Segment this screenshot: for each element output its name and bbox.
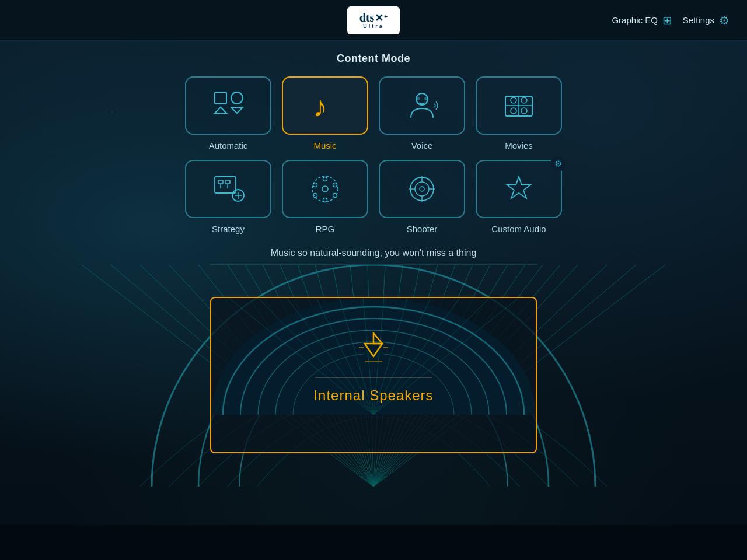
- svg-point-30: [322, 186, 328, 192]
- svg-point-11: [511, 108, 516, 114]
- mode-label-rpg: RPG: [316, 224, 335, 234]
- speaker-icon-area: Internal Speakers: [313, 327, 433, 404]
- mode-card-rpg[interactable]: [282, 160, 368, 218]
- svg-rect-17: [225, 180, 230, 184]
- mode-row-2: Strategy RPG: [184, 160, 563, 234]
- settings-button[interactable]: Settings ⚙: [683, 13, 729, 27]
- logo-container: dts ✕ + Ultra: [255, 6, 493, 34]
- svg-marker-3: [231, 107, 243, 113]
- svg-rect-0: [215, 92, 226, 104]
- mode-card-automatic[interactable]: [185, 76, 271, 135]
- svg-rect-15: [215, 177, 236, 193]
- mode-label-music: Music: [313, 141, 336, 150]
- mode-label-strategy: Strategy: [212, 224, 245, 234]
- settings-gear-icon: ⚙: [719, 13, 729, 27]
- svg-point-32: [415, 182, 429, 196]
- graphic-eq-label: Graphic EQ: [612, 15, 657, 25]
- svg-point-33: [420, 187, 424, 191]
- svg-point-24: [323, 177, 327, 181]
- description-text: Music so natural-sounding, you won't mis…: [271, 248, 477, 258]
- mode-card-custom-audio[interactable]: ⚙: [476, 160, 562, 218]
- automatic-icon: [210, 88, 246, 124]
- mode-label-shooter: Shooter: [407, 224, 438, 234]
- svg-point-7: [424, 97, 428, 100]
- mode-music[interactable]: ♪ Music: [281, 76, 369, 150]
- svg-point-25: [333, 183, 337, 187]
- mode-movies[interactable]: Movies: [475, 76, 563, 150]
- svg-point-12: [521, 108, 527, 114]
- divider: [210, 264, 537, 265]
- svg-marker-2: [215, 107, 226, 113]
- mode-label-automatic: Automatic: [209, 141, 248, 150]
- settings-label: Settings: [683, 15, 714, 25]
- svg-rect-16: [218, 180, 223, 184]
- custom-audio-icon: [501, 171, 537, 207]
- logo-ultra: Ultra: [363, 23, 384, 29]
- mode-shooter[interactable]: Shooter: [378, 160, 466, 234]
- main-content: Content Mode Automatic: [0, 41, 747, 265]
- logo-box: dts ✕ + Ultra: [347, 6, 400, 34]
- mode-voice[interactable]: Voice: [378, 76, 466, 150]
- shooter-icon: [404, 171, 440, 207]
- svg-point-1: [231, 92, 243, 104]
- mode-card-strategy[interactable]: [185, 160, 271, 218]
- mode-label-custom-audio: Custom Audio: [491, 224, 546, 234]
- eq-sliders-icon: ⊞: [662, 13, 672, 27]
- svg-point-27: [323, 198, 327, 202]
- music-icon: ♪: [307, 88, 343, 124]
- svg-marker-81: [365, 344, 382, 356]
- header-right: Graphic EQ ⊞ Settings ⚙: [492, 13, 729, 27]
- rpg-icon: [307, 171, 343, 207]
- bottom-bar: [0, 525, 747, 560]
- logo-plus: +: [384, 13, 388, 20]
- mode-label-voice: Voice: [411, 141, 433, 150]
- speaker-box[interactable]: Internal Speakers: [210, 297, 537, 453]
- svg-point-29: [313, 183, 317, 187]
- mode-custom-audio[interactable]: ⚙ Custom Audio: [475, 160, 563, 234]
- svg-marker-38: [507, 177, 530, 198]
- mode-automatic[interactable]: Automatic: [184, 76, 272, 150]
- speaker-label: Internal Speakers: [313, 387, 433, 404]
- svg-point-6: [416, 97, 420, 100]
- graphic-eq-button[interactable]: Graphic EQ ⊞: [612, 13, 672, 27]
- mode-card-shooter[interactable]: [379, 160, 465, 218]
- mode-card-movies[interactable]: [476, 76, 562, 135]
- voice-icon: [404, 88, 440, 124]
- mode-grid: Automatic ♪ Music: [184, 76, 563, 234]
- mode-card-voice[interactable]: [379, 76, 465, 135]
- logo-dts: dts: [359, 11, 375, 24]
- movies-icon: [501, 88, 537, 124]
- mode-rpg[interactable]: RPG: [281, 160, 369, 234]
- custom-audio-gear-badge: ⚙: [550, 156, 566, 172]
- logo-x: ✕: [375, 12, 383, 24]
- svg-point-9: [511, 97, 516, 103]
- speaker-divider: [315, 377, 432, 378]
- mode-strategy[interactable]: Strategy: [184, 160, 272, 234]
- strategy-icon: [210, 171, 246, 207]
- svg-text:♪: ♪: [313, 90, 327, 123]
- header: dts ✕ + Ultra Graphic EQ ⊞ Settings ⚙: [0, 0, 747, 41]
- mode-card-music[interactable]: ♪: [282, 76, 368, 135]
- content-mode-title: Content Mode: [337, 52, 410, 65]
- svg-point-10: [521, 97, 527, 103]
- speaker-section: Internal Speakers: [0, 265, 747, 487]
- mode-row-1: Automatic ♪ Music: [184, 76, 563, 150]
- mode-label-movies: Movies: [505, 141, 533, 150]
- speaker-power-icon: [353, 327, 394, 368]
- svg-marker-80: [374, 333, 382, 344]
